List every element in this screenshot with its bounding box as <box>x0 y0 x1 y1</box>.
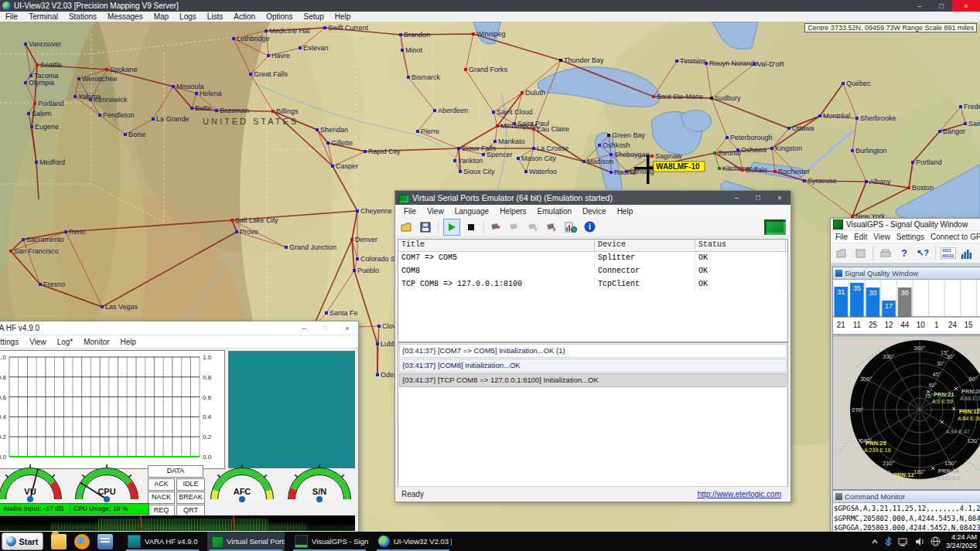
tray-overflow-icon[interactable] <box>871 538 879 546</box>
map-station-dot[interactable] <box>610 171 613 174</box>
map-station-dot[interactable] <box>718 167 721 170</box>
speaker-icon[interactable] <box>915 537 925 546</box>
map-station-dot[interactable] <box>376 342 379 345</box>
map-station-dot[interactable] <box>35 161 38 164</box>
map-station-dot[interactable] <box>331 165 334 168</box>
map-station-dot[interactable] <box>736 148 739 151</box>
map-station-dot[interactable] <box>27 112 30 115</box>
vspe-log-entry[interactable]: {03:41:37} [COM8] Initialization...OK <box>399 359 787 372</box>
uiview-menu-terminal[interactable]: Terminal <box>23 12 63 21</box>
uiview-menu-messages[interactable]: Messages <box>102 12 149 21</box>
map-station-dot[interactable] <box>453 159 456 162</box>
map-station-dot[interactable] <box>195 92 198 95</box>
bluetooth-icon[interactable] <box>884 536 893 546</box>
map-station-dot[interactable] <box>710 97 713 100</box>
uiview-menu-action[interactable]: Action <box>228 12 261 21</box>
map-station-dot[interactable] <box>496 124 499 128</box>
save-icon[interactable] <box>418 219 433 235</box>
vspe-menu-help[interactable]: Help <box>612 207 639 216</box>
save-icon[interactable] <box>852 246 868 261</box>
map-station-dot[interactable] <box>787 127 790 130</box>
nmea-monitor-icon[interactable]: 101100110 <box>941 246 956 261</box>
file-explorer-icon[interactable] <box>51 534 67 549</box>
map-station-dot[interactable] <box>855 117 859 120</box>
map-station-dot[interactable] <box>9 250 12 253</box>
map-station-dot[interactable] <box>907 186 910 189</box>
map-station-dot[interactable] <box>64 230 67 233</box>
map-station-dot[interactable] <box>376 373 379 376</box>
vara-menu-settings[interactable]: Settings <box>0 338 24 346</box>
map-station-dot[interactable] <box>713 151 716 155</box>
uiview-menu-lists[interactable]: Lists <box>202 12 229 21</box>
vara-titlebar[interactable]: VARA HF v4.9.0 – □ × <box>0 321 358 335</box>
vspe-log-entry[interactable]: {03:41:37} [COM7 => COM5] Initialization… <box>399 344 787 358</box>
map-station-dot[interactable] <box>267 54 270 57</box>
visualgps-menu-edit[interactable]: Edit <box>851 233 870 241</box>
map-station-dot[interactable] <box>24 43 27 46</box>
uiview-menu-setup[interactable]: Setup <box>299 12 330 21</box>
create-device-icon[interactable]: * <box>489 219 504 235</box>
map-station-dot[interactable] <box>353 269 356 272</box>
map-station-dot[interactable] <box>492 111 495 114</box>
uiview-maximize-button[interactable]: □ <box>930 0 952 12</box>
map-station-dot[interactable] <box>190 107 193 110</box>
map-station-dot[interactable] <box>582 160 586 163</box>
map-station-dot[interactable] <box>559 59 562 62</box>
open-icon[interactable] <box>399 219 415 235</box>
taskbar-button-virtual-serial-ports-[interactable]: Virtual Serial Ports ... <box>207 532 285 551</box>
vara-menu-log-[interactable]: Log* <box>52 338 79 346</box>
vspe-log-entry[interactable]: {03:41:37} [TCP COM8 => 127.0.0.1:8100] … <box>399 373 787 387</box>
map-station-dot[interactable] <box>472 32 475 36</box>
firefox-icon[interactable] <box>74 534 90 549</box>
map-station-dot[interactable] <box>517 157 520 160</box>
reinit-device-icon[interactable] <box>507 219 523 235</box>
vspe-minimize-button[interactable]: – <box>726 191 747 205</box>
uiview-menu-file[interactable]: File <box>0 12 23 21</box>
map-station-dot[interactable] <box>532 147 535 150</box>
map-station-dot[interactable] <box>299 46 302 49</box>
map-station-dot[interactable] <box>316 128 319 131</box>
uiview-menu-options[interactable]: Options <box>261 12 298 21</box>
map-station-dot[interactable] <box>513 122 516 125</box>
uiview-menu-help[interactable]: Help <box>330 12 357 21</box>
map-station-dot[interactable] <box>124 133 127 136</box>
help-icon[interactable]: ? <box>896 246 912 261</box>
map-station-dot[interactable] <box>356 209 359 213</box>
map-station-dot[interactable] <box>235 230 238 233</box>
map-station-dot[interactable] <box>285 246 288 249</box>
map-station-dot[interactable] <box>433 109 436 112</box>
map-station-dot[interactable] <box>215 109 218 112</box>
statistics-icon[interactable] <box>563 219 579 235</box>
map-station-dot[interactable] <box>803 179 806 182</box>
uiview-menu-map[interactable]: Map <box>149 12 174 21</box>
vspe-menu-emulation[interactable]: Emulation <box>532 207 577 216</box>
map-station-dot[interactable] <box>911 161 914 164</box>
signal-quality-titlebar[interactable]: Signal Quality Window <box>833 267 980 280</box>
uiview-close-button[interactable]: × <box>952 0 980 12</box>
vspe-menu-file[interactable]: File <box>398 207 422 216</box>
signal-quality-icon[interactable] <box>959 246 975 261</box>
network-disconnected-icon[interactable]: × <box>898 537 910 546</box>
map-station-dot[interactable] <box>938 130 941 133</box>
vara-menu-help[interactable]: Help <box>115 338 142 346</box>
map-station-dot[interactable] <box>401 49 404 52</box>
vspe-menu-device[interactable]: Device <box>577 207 612 216</box>
visualgps-menu-view[interactable]: View <box>870 233 893 241</box>
open-icon[interactable] <box>834 246 849 261</box>
map-station-dot[interactable] <box>101 305 104 308</box>
map-station-dot[interactable] <box>323 26 326 29</box>
map-station-dot[interactable] <box>482 153 485 156</box>
info-icon[interactable]: i <box>582 219 597 235</box>
visualgps-titlebar[interactable]: VisualGPS - Signal Quality Window <box>831 219 980 231</box>
vspe-menu-helpers[interactable]: Helpers <box>494 207 531 216</box>
taskbar-button-visualgps-signal-[interactable]: VisualGPS - Signal ... <box>291 532 368 551</box>
pinned-app-icon[interactable] <box>97 534 113 549</box>
map-station-dot[interactable] <box>350 238 353 241</box>
command-monitor-titlebar[interactable]: Command Monitor <box>833 491 980 503</box>
map-station-dot[interactable] <box>105 68 108 71</box>
map-station-dot[interactable] <box>610 153 613 156</box>
vara-menu-monitor[interactable]: Monitor <box>78 338 114 346</box>
map-station-dot[interactable] <box>399 33 402 36</box>
uiview-menu-stations[interactable]: Stations <box>63 12 102 21</box>
map-station-dot[interactable] <box>356 257 359 260</box>
